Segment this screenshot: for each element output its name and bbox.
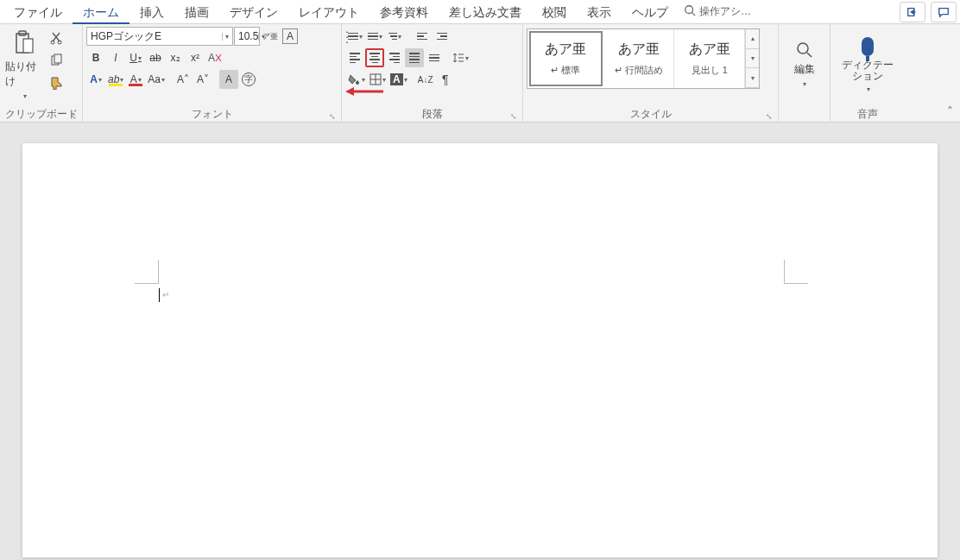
bold-button[interactable]: B <box>86 48 105 67</box>
copy-button[interactable] <box>47 51 66 70</box>
tell-me-placeholder: 操作アシ… <box>699 4 751 19</box>
chevron-down-icon: ▾ <box>23 92 27 100</box>
dialog-launcher-icon[interactable]: ⤡ <box>766 112 773 121</box>
dialog-launcher-icon[interactable]: ⤡ <box>70 112 77 121</box>
cut-button[interactable] <box>47 28 66 47</box>
menu-tab-2[interactable]: 挿入 <box>129 0 174 24</box>
svg-line-1 <box>692 13 696 16</box>
borders-button[interactable]: ▾ <box>368 70 388 89</box>
scroll-up-icon[interactable]: ▴ <box>746 29 759 49</box>
margin-corner-icon <box>784 260 808 284</box>
scroll-down-icon[interactable]: ▾ <box>746 49 759 69</box>
align-left-button[interactable] <box>345 48 364 67</box>
paragraph-mark-icon: ↵ <box>162 290 169 299</box>
text-cursor <box>159 288 160 302</box>
group-label-styles: スタイル <box>630 108 672 120</box>
bullets-icon <box>348 33 358 41</box>
show-marks-button[interactable]: ¶ <box>436 70 455 89</box>
invert-text-button[interactable]: A ▾ <box>388 70 409 89</box>
paste-button[interactable]: 貼り付け ▾ <box>3 27 45 103</box>
align-right-icon <box>389 53 400 63</box>
dictation-button[interactable]: ディクテーション ▾ <box>837 27 899 103</box>
ribbon: 貼り付け ▾ クリップボード ⤡ <box>0 24 960 123</box>
sort-button[interactable]: A↓Z <box>416 70 435 89</box>
phonetic-guide-button[interactable]: ア亜 <box>261 27 280 46</box>
collapse-ribbon-button[interactable]: ˄ <box>947 104 953 118</box>
numbering-button[interactable]: ▾ <box>365 27 384 46</box>
comments-button[interactable] <box>931 2 957 22</box>
italic-button[interactable]: I <box>106 48 125 67</box>
justify-button[interactable] <box>405 48 424 67</box>
margin-corner-icon <box>135 260 159 284</box>
distributed-icon <box>429 54 439 62</box>
styles-gallery[interactable]: あア亜 ↵ 標準 あア亜 ↵ 行間詰め あア亜 見出し 1 ▴ ▾ ▾ <box>527 28 760 89</box>
share-button[interactable] <box>900 2 925 22</box>
group-clipboard: 貼り付け ▾ クリップボード ⤡ <box>0 24 83 123</box>
change-case-button[interactable]: Aa▾ <box>146 70 167 89</box>
group-label-clipboard: クリップボード <box>5 108 78 120</box>
editing-button[interactable]: 編集 ▾ <box>786 27 824 103</box>
multilevel-list-button[interactable]: ▾ <box>385 27 404 46</box>
group-paragraph: ••• ▾ ▾ ▾ <box>342 24 523 123</box>
group-voice: ディクテーション ▾ 音声 <box>831 24 905 123</box>
grow-font-button[interactable]: A˄ <box>174 70 193 89</box>
align-left-icon <box>350 53 360 63</box>
menu-tab-6[interactable]: 参考資料 <box>369 0 439 24</box>
shrink-font-button[interactable]: A˅ <box>193 70 212 89</box>
style-heading1[interactable]: あア亜 見出し 1 <box>674 29 745 88</box>
align-right-button[interactable] <box>385 48 404 67</box>
svg-rect-9 <box>54 54 61 63</box>
menu-tab-8[interactable]: 校閲 <box>532 0 577 24</box>
document-page[interactable]: ↵ <box>22 143 938 557</box>
group-label-paragraph: 段落 <box>422 108 443 120</box>
menu-tab-7[interactable]: 差し込み文書 <box>439 0 532 24</box>
subscript-button[interactable]: x₂ <box>166 48 185 67</box>
text-effects-button[interactable]: A▾ <box>86 70 105 89</box>
decrease-indent-button[interactable] <box>413 27 432 46</box>
menu-tab-4[interactable]: デザイン <box>219 0 288 24</box>
bullets-button[interactable]: ••• ▾ <box>345 27 364 46</box>
menu-tab-1[interactable]: ホーム <box>73 0 129 24</box>
shading-button[interactable]: ▾ <box>345 70 367 89</box>
enclose-characters-button[interactable]: 字 <box>239 70 258 89</box>
align-center-icon <box>369 53 380 63</box>
tell-me-search[interactable]: 操作アシ… <box>684 4 751 19</box>
chevron-down-icon: ▾ <box>222 33 229 41</box>
font-name-combo[interactable]: HGPゴシックE ▾ <box>86 27 233 46</box>
menu-tab-5[interactable]: レイアウト <box>288 0 369 24</box>
highlight-color-button[interactable]: ab▾ <box>106 70 125 89</box>
styles-more-icon[interactable]: ▾ <box>746 68 759 88</box>
clear-formatting-button[interactable]: A <box>205 48 224 67</box>
distributed-button[interactable] <box>425 48 444 67</box>
underline-button[interactable]: U▾ <box>126 48 145 67</box>
multilevel-icon <box>388 33 397 41</box>
menu-tab-10[interactable]: ヘルプ <box>622 0 679 24</box>
numbering-icon <box>368 33 378 41</box>
svg-line-18 <box>807 53 812 57</box>
dialog-launcher-icon[interactable]: ⤡ <box>329 112 336 121</box>
document-area: ↵ <box>0 123 960 560</box>
superscript-button[interactable]: x² <box>186 48 205 67</box>
character-border-button[interactable]: A <box>281 27 300 46</box>
dialog-launcher-icon[interactable]: ⤡ <box>510 112 517 121</box>
paste-label: 貼り付け <box>5 60 43 89</box>
line-spacing-button[interactable]: ▾ <box>451 48 471 67</box>
font-color-button[interactable]: A▾ <box>126 70 145 89</box>
menu-tab-3[interactable]: 描画 <box>174 0 219 24</box>
style-no-spacing[interactable]: あア亜 ↵ 行間詰め <box>604 29 675 88</box>
font-size-combo[interactable]: 10.5 ▾ <box>234 27 260 46</box>
align-center-button[interactable] <box>365 48 384 67</box>
justify-icon <box>409 53 420 63</box>
character-shading-button[interactable]: A <box>219 70 238 89</box>
menu-tab-9[interactable]: 表示 <box>577 0 622 24</box>
group-label-font: フォント <box>192 108 233 120</box>
format-painter-button[interactable] <box>47 73 66 92</box>
menu-tab-0[interactable]: ファイル <box>3 0 73 24</box>
increase-indent-icon <box>437 33 447 41</box>
group-styles: あア亜 ↵ 標準 あア亜 ↵ 行間詰め あア亜 見出し 1 ▴ ▾ ▾ <box>523 24 779 123</box>
strikethrough-button[interactable]: ab <box>146 48 165 67</box>
decrease-indent-icon <box>417 33 427 41</box>
increase-indent-button[interactable] <box>433 27 452 46</box>
style-normal[interactable]: あア亜 ↵ 標準 <box>529 31 603 86</box>
styles-scroll[interactable]: ▴ ▾ ▾ <box>745 29 759 88</box>
